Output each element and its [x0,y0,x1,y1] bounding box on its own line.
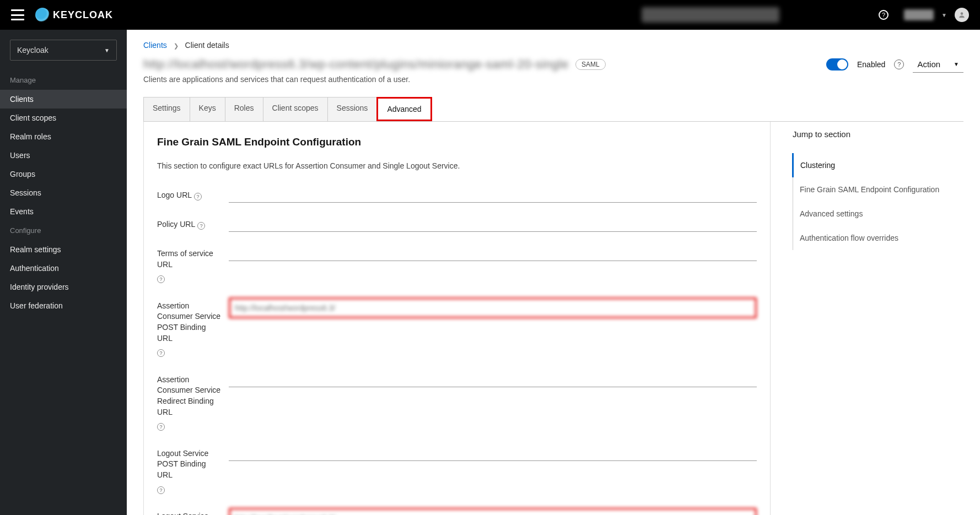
tab-keys[interactable]: Keys [190,97,225,121]
realm-label: Keycloak [17,46,49,55]
form-label: Terms of service URL? [157,245,229,284]
panel-title: Fine Grain SAML Endpoint Configuration [157,136,757,148]
sidebar-item-users[interactable]: Users [0,146,127,165]
user-menu[interactable]: ▼ [904,8,969,22]
chevron-down-icon: ▼ [941,12,947,18]
avatar[interactable] [955,8,969,22]
chevron-right-icon: ❯ [174,42,179,49]
jump-to-section: Jump to section ClusteringFine Grain SAM… [793,122,963,515]
sidebar-item-identity-providers[interactable]: Identity providers [0,278,127,296]
hamburger-icon[interactable] [11,9,24,20]
help-icon[interactable]: ? [197,222,205,230]
chevron-down-icon: ▼ [104,47,110,53]
main-content: Clients ❯ Client details http://localhos… [127,30,980,515]
form-label: Assertion Consumer Service Redirect Bind… [157,371,229,432]
client-title-blurred: http://localhost/wordpress6.3/wp-content… [143,57,568,72]
form-label: Logout Service Redirect Binding URL? [157,508,229,515]
action-label: Action [917,59,940,69]
sidebar-item-user-federation[interactable]: User federation [0,296,127,315]
tab-sessions[interactable]: Sessions [327,97,378,121]
form-row: Logout Service POST Binding URL? [157,445,757,495]
sidebar-item-realm-roles[interactable]: Realm roles [0,127,127,146]
enabled-toggle[interactable] [826,58,848,71]
help-icon[interactable]: ? [157,349,165,357]
help-icon[interactable]: ? [157,275,165,283]
jump-title: Jump to section [793,129,963,139]
breadcrumb: Clients ❯ Client details [143,41,963,50]
enabled-label: Enabled [857,60,885,69]
app-header: KEYCLOAK ? ▼ [0,0,980,30]
jump-item-authentication-flow-overrides[interactable]: Authentication flow overrides [793,226,963,250]
brand-text: KEYCLOAK [53,9,113,21]
panel-description: This section to configure exact URLs for… [157,161,757,170]
help-icon[interactable]: ? [879,10,889,20]
realm-selector[interactable]: Keycloak ▼ [10,40,117,61]
sidebar-section-title: Manage [0,71,127,90]
form-row: Assertion Consumer Service POST Binding … [157,297,757,358]
form-label: Logo URL? [157,187,229,201]
caret-down-icon: ▼ [954,61,959,67]
form-row: Logout Service Redirect Binding URL? [157,508,757,515]
jump-item-fine-grain-saml-endpoint-configuration[interactable]: Fine Grain SAML Endpoint Configuration [793,177,963,202]
tab-client-scopes[interactable]: Client scopes [263,97,328,121]
brand-logo[interactable]: KEYCLOAK [35,8,113,22]
jump-item-clustering[interactable]: Clustering [792,153,963,177]
breadcrumb-current: Client details [185,41,229,50]
username-blurred [904,9,934,20]
client-description: Clients are applications and services th… [143,75,963,84]
client-type-badge: SAML [575,59,606,70]
action-dropdown[interactable]: Action ▼ [913,56,963,73]
help-icon[interactable]: ? [157,486,165,494]
sidebar-item-client-scopes[interactable]: Client scopes [0,109,127,127]
sidebar-item-groups[interactable]: Groups [0,165,127,183]
client-tabs: SettingsKeysRolesClient scopesSessionsAd… [143,97,963,122]
tab-advanced[interactable]: Advanced [376,97,432,121]
input-logo-url[interactable] [229,187,757,203]
search-input-blurred[interactable] [642,7,779,23]
input-terms-of-service-url[interactable] [229,245,757,261]
form-row: Terms of service URL? [157,245,757,284]
client-header: http://localhost/wordpress6.3/wp-content… [143,56,963,73]
input-logout-service-post-binding-url[interactable] [229,445,757,461]
sidebar-item-sessions[interactable]: Sessions [0,183,127,202]
input-policy-url[interactable] [229,216,757,232]
input-logout-service-redirect-binding-url[interactable] [229,508,757,515]
tab-settings[interactable]: Settings [143,97,190,121]
help-icon[interactable]: ? [157,423,165,431]
advanced-panel: Fine Grain SAML Endpoint Configuration T… [143,122,771,515]
help-icon[interactable]: ? [894,59,904,69]
sidebar-section-title: Configure [0,221,127,240]
keycloak-logo-icon [35,8,50,22]
breadcrumb-clients[interactable]: Clients [143,41,167,50]
input-assertion-consumer-service-redirect-binding-url[interactable] [229,371,757,387]
sidebar: Keycloak ▼ ManageClientsClient scopesRea… [0,30,127,515]
input-assertion-consumer-service-post-binding-url[interactable] [229,297,757,318]
form-row: Logo URL? [157,187,757,203]
help-icon[interactable]: ? [194,193,202,200]
jump-item-advanced-settings[interactable]: Advanced settings [793,202,963,226]
sidebar-item-authentication[interactable]: Authentication [0,259,127,278]
form-row: Policy URL? [157,216,757,232]
form-label: Assertion Consumer Service POST Binding … [157,297,229,358]
form-label: Logout Service POST Binding URL? [157,445,229,495]
svg-point-0 [961,12,963,15]
sidebar-item-events[interactable]: Events [0,202,127,221]
sidebar-item-realm-settings[interactable]: Realm settings [0,240,127,259]
form-row: Assertion Consumer Service Redirect Bind… [157,371,757,432]
form-label: Policy URL? [157,216,229,230]
tab-roles[interactable]: Roles [225,97,263,121]
sidebar-item-clients[interactable]: Clients [0,90,127,109]
